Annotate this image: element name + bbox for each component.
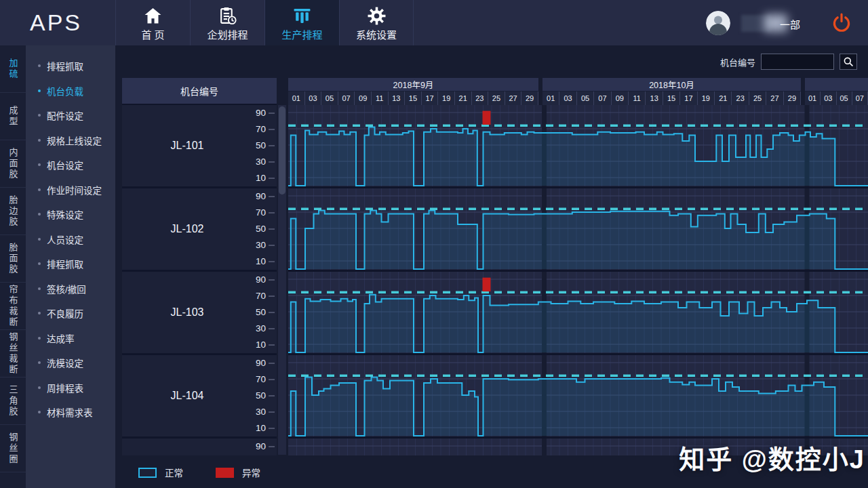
sidebar-category-label: 帘布裁断 [7, 285, 20, 328]
user-area: 一部 [706, 0, 868, 45]
day-tick: 07 [338, 92, 355, 105]
chart-row [288, 272, 868, 355]
day-tick: 09 [355, 92, 372, 105]
sidebar-category-1[interactable]: 成型 [0, 93, 26, 140]
settings-gear-icon [368, 7, 386, 25]
sidebar-item-8[interactable]: 排程抓取 [26, 251, 115, 277]
sidebar-category-7[interactable]: 三角胶 [0, 378, 26, 425]
load-chart [288, 105, 868, 186]
machine-id: JL-101 [122, 140, 252, 152]
machine-row: JL-1029070503010 [122, 188, 277, 272]
process-category-strip: 加硫成型内面胶胎边胶胎面胶帘布裁断钢丝裁断三角胶钢丝圈 [0, 45, 26, 488]
top-navbar: APS 首 页企划排程生产排程系统设置 一部 [0, 0, 868, 45]
user-name[interactable]: 一部 [736, 13, 800, 33]
y-axis-tick: 90 [256, 441, 266, 451]
bullet-dot-icon [38, 163, 41, 166]
sidebar-category-3[interactable]: 胎边胶 [0, 188, 26, 235]
sidebar-item-4[interactable]: 机台设定 [26, 152, 115, 178]
sidebar-item-3[interactable]: 规格上线设定 [26, 128, 115, 153]
nav-item-0[interactable]: 首 页 [115, 0, 190, 45]
day-header-row: 0103050709111315171921232527290103050709… [288, 92, 868, 105]
machine-column-header: 机台编号 [122, 78, 277, 105]
sidebar-category-6[interactable]: 钢丝裁断 [0, 330, 26, 378]
day-tick: 23 [732, 92, 749, 105]
y-axis-tick: 70 [256, 207, 266, 218]
day-tick: 05 [577, 92, 594, 105]
bullet-dot-icon [38, 312, 41, 314]
search-label: 机台编号 [720, 56, 755, 68]
sidebar-category-8[interactable]: 钢丝圈 [0, 425, 26, 472]
chart-row [288, 355, 868, 439]
machine-id: JL-103 [122, 306, 252, 319]
day-tick: 01 [542, 92, 559, 105]
sidebar-item-13[interactable]: 周排程表 [26, 375, 115, 401]
sidebar-item-10[interactable]: 不良履历 [26, 301, 115, 326]
nav-item-3[interactable]: 系统设置 [339, 0, 414, 45]
production-schedule-icon [293, 7, 311, 25]
sidebar-item-label: 不良履历 [47, 306, 83, 320]
sidebar-item-0[interactable]: 排程抓取 [26, 54, 115, 79]
day-tick: 21 [455, 92, 472, 105]
sidebar-item-1[interactable]: 机台负载 [26, 79, 115, 104]
day-tick: 05 [321, 92, 338, 105]
machine-search-input[interactable] [761, 54, 834, 70]
nav-item-label: 系统设置 [356, 27, 397, 41]
month-header [805, 78, 868, 92]
day-tick: 09 [612, 92, 629, 105]
nav-item-label: 首 页 [141, 27, 164, 41]
y-axis-tick: 90 [256, 274, 266, 285]
machine-row: JL-1039070503010 [122, 272, 277, 355]
sidebar-item-label: 签核/撤回 [47, 282, 86, 296]
machine-id: JL-102 [122, 223, 252, 235]
sidebar-item-label: 作业时间设定 [47, 183, 102, 197]
watermark: 知乎 @数控小J [679, 439, 865, 476]
sidebar-item-2[interactable]: 配件设定 [26, 103, 115, 128]
bullet-dot-icon [38, 64, 41, 67]
sidebar-category-4[interactable]: 胎面胶 [0, 235, 26, 283]
nav-item-1[interactable]: 企划排程 [190, 0, 264, 45]
sidebar-category-label: 钢丝圈 [7, 432, 20, 465]
scrollbar-thumb[interactable] [279, 106, 285, 195]
y-axis-tick: 90 [256, 191, 266, 201]
nav-item-2[interactable]: 生产排程 [264, 0, 339, 45]
bullet-dot-icon [38, 89, 41, 92]
anomaly-marker [483, 111, 491, 125]
logout-power-button[interactable] [830, 12, 853, 35]
search-button[interactable] [840, 54, 857, 70]
day-tick: 11 [372, 92, 389, 105]
sidebar-item-6[interactable]: 特殊设定 [26, 202, 115, 227]
machine-row: 9070503010 [122, 439, 277, 455]
sidebar-category-0[interactable]: 加硫 [0, 45, 26, 93]
bullet-dot-icon [38, 386, 41, 389]
anomaly-marker [483, 278, 491, 291]
sidebar-category-label: 成型 [7, 106, 20, 127]
sidebar-category-label: 三角胶 [7, 385, 20, 418]
user-avatar[interactable] [706, 11, 730, 35]
sidebar-item-9[interactable]: 签核/撤回 [26, 277, 115, 302]
sidebar-item-12[interactable]: 洗模设定 [26, 350, 115, 375]
y-axis-tick: 70 [256, 124, 266, 134]
sidebar-category-5[interactable]: 帘布裁断 [0, 283, 26, 330]
sidebar-category-label: 胎边胶 [7, 195, 20, 228]
sidebar-category-label: 胎面胶 [7, 243, 20, 275]
day-tick: 21 [715, 92, 732, 105]
nav-item-label: 生产排程 [281, 27, 322, 41]
sidebar-item-7[interactable]: 人员设定 [26, 227, 115, 252]
sidebar-item-5[interactable]: 作业时间设定 [26, 178, 115, 203]
vertical-scrollbar[interactable] [278, 105, 286, 455]
day-tick: 01 [288, 92, 305, 105]
main-nav: 首 页企划排程生产排程系统设置 [115, 0, 414, 45]
user-name-text: 一部 [780, 17, 800, 31]
machine-id: JL-104 [122, 390, 252, 402]
day-tick: 29 [784, 92, 801, 105]
chart-row [288, 105, 868, 188]
day-tick: 27 [505, 92, 522, 105]
sidebar-item-14[interactable]: 材料需求表 [26, 400, 115, 425]
sidebar-category-label: 加硫 [7, 58, 20, 80]
sidebar-item-label: 规格上线设定 [47, 134, 102, 147]
search-icon [843, 56, 854, 67]
bullet-dot-icon [38, 287, 41, 290]
sidebar-item-label: 排程抓取 [47, 59, 83, 73]
sidebar-category-2[interactable]: 内面胶 [0, 140, 26, 188]
sidebar-item-11[interactable]: 达成率 [26, 326, 115, 351]
